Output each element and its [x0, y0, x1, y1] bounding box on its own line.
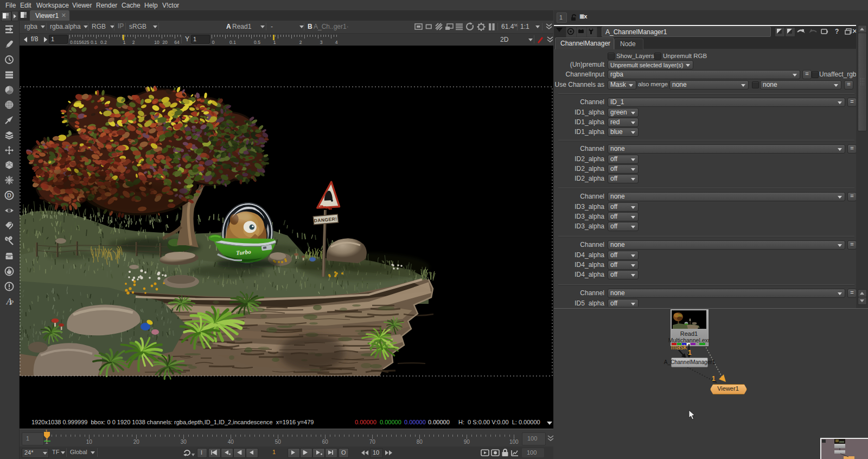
svg-text:P: P: [9, 298, 14, 307]
svg-text:Turbo: Turbo: [236, 248, 252, 256]
svg-text:D: D: [7, 192, 11, 199]
